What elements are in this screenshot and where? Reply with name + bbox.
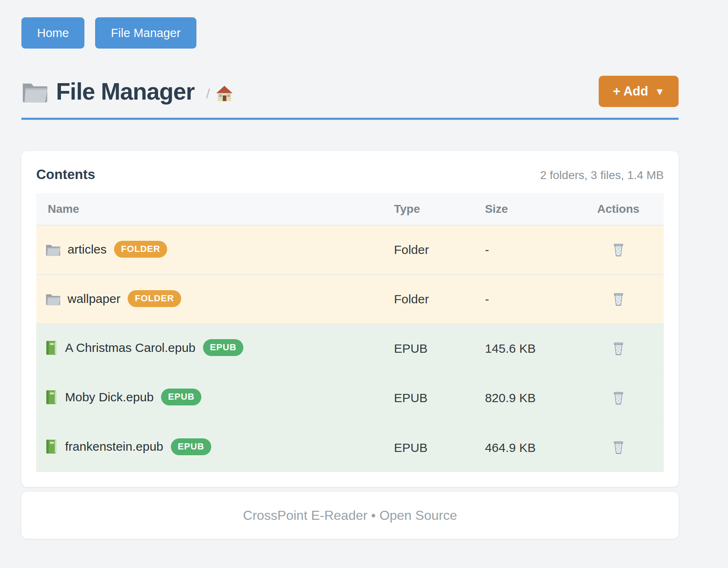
file-manager-button[interactable]: File Manager [95, 17, 196, 49]
trash-icon [612, 291, 625, 306]
folder-icon [45, 292, 61, 305]
contents-summary: 2 folders, 3 files, 1.4 MB [540, 169, 664, 182]
size-cell: 464.9 KB [485, 423, 573, 472]
type-cell: Folder [394, 225, 485, 275]
column-header-actions: Actions [573, 193, 664, 225]
delete-button[interactable] [610, 240, 627, 258]
item-name[interactable]: Moby Dick.epub [65, 390, 154, 404]
item-name[interactable]: articles [68, 242, 107, 256]
trash-icon [612, 242, 625, 257]
folder-badge: FOLDER [128, 290, 181, 307]
contents-card: Contents 2 folders, 3 files, 1.4 MB Name… [21, 151, 679, 487]
chevron-down-icon: ▼ [655, 86, 665, 98]
table-row: A Christmas Carol.epub EPUB EPUB 145.6 K… [36, 324, 664, 373]
size-cell: - [485, 275, 573, 324]
type-cell: EPUB [394, 324, 485, 373]
delete-button[interactable] [610, 389, 627, 407]
folder-icon [45, 243, 61, 256]
footer-text: CrossPoint E-Reader • Open Source [243, 508, 457, 523]
size-cell: 820.9 KB [485, 373, 573, 423]
folder-icon [21, 80, 49, 102]
delete-button[interactable] [610, 339, 627, 357]
item-name[interactable]: wallpaper [68, 292, 120, 306]
size-cell: - [485, 225, 573, 275]
type-cell: EPUB [394, 423, 485, 472]
type-cell: EPUB [394, 373, 485, 423]
house-icon[interactable] [216, 85, 233, 102]
footer-card: CrossPoint E-Reader • Open Source [21, 492, 679, 539]
table-header-row: Name Type Size Actions [36, 193, 664, 225]
table-row: Moby Dick.epub EPUB EPUB 820.9 KB [36, 373, 664, 423]
contents-heading: Contents [36, 167, 95, 182]
table-row: wallpaper FOLDER Folder - [36, 275, 664, 324]
add-button-label: + Add [613, 84, 648, 99]
file-manager-page: Home File Manager File Manager / + Add ▼… [0, 0, 728, 568]
column-header-type: Type [394, 193, 485, 225]
type-cell: Folder [394, 275, 485, 324]
book-icon [45, 340, 58, 355]
book-icon [45, 390, 58, 405]
epub-badge: EPUB [161, 389, 201, 405]
page-title: File Manager [56, 78, 194, 105]
home-button[interactable]: Home [21, 17, 84, 49]
epub-badge: EPUB [203, 339, 243, 356]
column-header-size: Size [485, 193, 573, 225]
item-name[interactable]: A Christmas Carol.epub [65, 341, 196, 355]
delete-button[interactable] [610, 290, 627, 308]
epub-badge: EPUB [171, 438, 211, 455]
add-button[interactable]: + Add ▼ [599, 76, 679, 107]
item-name[interactable]: frankenstein.epub [65, 440, 163, 454]
trash-icon [612, 390, 625, 405]
breadcrumb-separator: / [206, 86, 210, 102]
table-row: frankenstein.epub EPUB EPUB 464.9 KB [36, 423, 664, 472]
trash-icon [612, 440, 625, 454]
trash-icon [612, 341, 625, 356]
delete-button[interactable] [610, 438, 627, 456]
folder-badge: FOLDER [114, 241, 167, 258]
accent-divider [21, 118, 679, 120]
size-cell: 145.6 KB [485, 324, 573, 373]
contents-table: Name Type Size Actions articles FOLDER F… [36, 193, 664, 472]
table-row: articles FOLDER Folder - [36, 225, 664, 275]
page-header: File Manager / + Add ▼ [21, 76, 679, 107]
book-icon [45, 439, 58, 454]
column-header-name: Name [36, 193, 394, 225]
top-nav: Home File Manager [21, 17, 679, 49]
